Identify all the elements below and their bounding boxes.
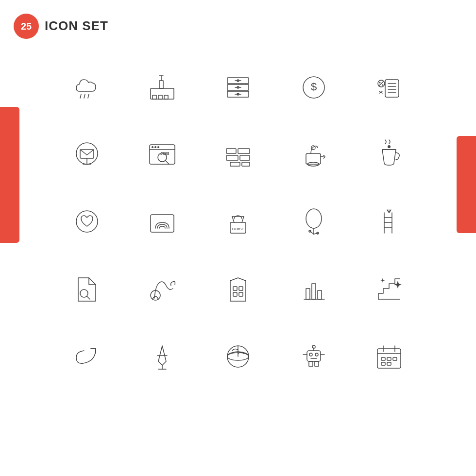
dollar-coin-icon: $: [285, 58, 343, 117]
svg-rect-84: [312, 284, 316, 299]
rain-cloud-icon: [58, 58, 116, 117]
discount-calculator-icon: [360, 58, 418, 117]
svg-point-63: [306, 209, 322, 228]
icon-grid: $: [49, 53, 427, 390]
wave-flag-icon: [133, 259, 191, 318]
svg-rect-4: [159, 81, 163, 88]
plant-globe-icon: [209, 326, 267, 385]
svg-line-60: [242, 217, 244, 222]
svg-point-97: [315, 353, 318, 356]
svg-rect-48: [230, 162, 240, 166]
svg-rect-95: [315, 361, 319, 366]
svg-line-67: [310, 231, 314, 234]
sim-card-icon: [209, 259, 267, 318]
svg-rect-93: [307, 351, 321, 361]
svg-rect-79: [239, 287, 243, 290]
balloon-icon: [285, 192, 343, 251]
svg-point-28: [379, 82, 381, 84]
svg-text:JOB: JOB: [160, 151, 170, 156]
svg-rect-45: [238, 149, 250, 153]
svg-rect-83: [306, 289, 310, 299]
mail-circle-icon: [58, 125, 116, 184]
deco-right: [457, 136, 476, 233]
svg-point-52: [311, 146, 315, 150]
svg-point-29: [382, 85, 384, 86]
svg-rect-107: [381, 357, 385, 360]
heart-circle-icon: [58, 192, 116, 251]
svg-rect-109: [393, 357, 397, 360]
svg-rect-110: [381, 362, 385, 365]
job-search-browser-icon: JOB: [133, 125, 191, 184]
pen-nib-icon: [133, 326, 191, 385]
svg-rect-44: [226, 149, 236, 153]
ladder-up-icon: [360, 192, 418, 251]
svg-rect-78: [233, 287, 237, 290]
svg-rect-81: [239, 292, 243, 296]
svg-line-76: [87, 296, 90, 299]
svg-rect-80: [233, 292, 237, 296]
svg-line-2: [88, 94, 89, 98]
calendar-tools-icon: [360, 326, 418, 385]
page-title: ICON SET: [45, 18, 108, 34]
svg-text:$: $: [310, 81, 316, 93]
svg-line-42: [165, 160, 169, 164]
svg-rect-49: [242, 162, 250, 166]
svg-point-56: [76, 211, 98, 232]
svg-rect-5: [153, 95, 156, 99]
svg-line-59: [232, 217, 234, 222]
svg-text:CLOSE: CLOSE: [232, 227, 244, 231]
svg-point-40: [157, 146, 159, 148]
svg-point-38: [152, 146, 153, 148]
svg-rect-21: [385, 80, 399, 97]
svg-rect-46: [226, 155, 238, 160]
rainbow-photo-icon: [133, 192, 191, 251]
bar-chart-icon: [285, 259, 343, 318]
close-sign-icon: CLOSE: [209, 192, 267, 251]
svg-rect-47: [240, 155, 250, 160]
deco-left: [0, 107, 19, 243]
svg-point-55: [388, 145, 391, 148]
svg-rect-111: [387, 362, 391, 365]
svg-rect-94: [309, 361, 313, 366]
svg-rect-57: [151, 215, 174, 232]
factory-icon: [133, 58, 191, 117]
svg-line-0: [80, 94, 81, 98]
robot-icon: [285, 326, 343, 385]
document-search-icon: [58, 259, 116, 318]
svg-rect-6: [158, 95, 162, 99]
coffee-maker-icon: [285, 125, 343, 184]
svg-point-96: [309, 353, 312, 356]
coffee-cup-icon: [360, 125, 418, 184]
svg-line-1: [84, 94, 85, 98]
svg-point-39: [154, 146, 156, 148]
svg-rect-85: [318, 290, 322, 299]
svg-rect-7: [164, 95, 168, 99]
count-badge: 25: [14, 14, 39, 39]
brick-wall-icon: [209, 125, 267, 184]
svg-rect-108: [387, 357, 391, 360]
drawers-icon: [209, 58, 267, 117]
stairs-sparkle-icon: [360, 259, 418, 318]
redo-icon: [58, 326, 116, 385]
